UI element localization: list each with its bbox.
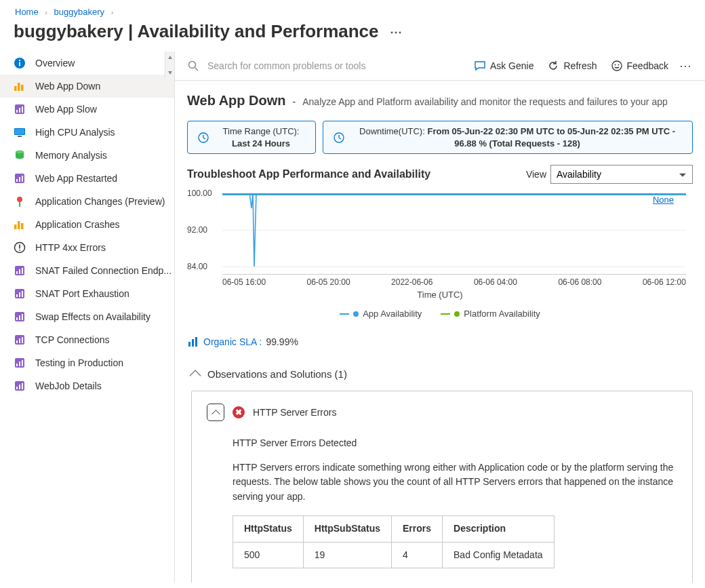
sidebar-item-label: HTTP 4xx Errors xyxy=(35,242,106,253)
plot-area[interactable] xyxy=(222,193,686,275)
scrollbar[interactable] xyxy=(165,52,174,79)
sidebar-item-high-cpu[interactable]: High CPU Analysis xyxy=(0,121,174,144)
more-icon[interactable]: ⋯ xyxy=(679,58,693,73)
refresh-label: Refresh xyxy=(563,60,597,71)
svg-rect-36 xyxy=(19,315,20,320)
metric-icon xyxy=(14,264,26,277)
svg-point-50 xyxy=(189,62,196,68)
sidebar-item-label: TCP Connections xyxy=(35,334,109,345)
detector-header: Web App Down - Analyze App and Platform … xyxy=(187,93,693,109)
sla-link[interactable]: Organic SLA : 99.99% xyxy=(187,336,693,348)
sidebar-item-snat-failed[interactable]: SNAT Failed Connection Endp... xyxy=(0,259,174,282)
th-description: Description xyxy=(443,515,555,542)
downtime-pill[interactable]: Downtime(UTC): From 05-Jun-22 02:30 PM U… xyxy=(323,121,693,154)
svg-rect-40 xyxy=(19,338,20,343)
database-icon xyxy=(14,149,26,161)
chevron-right-icon: › xyxy=(45,8,47,16)
legend-platform[interactable]: Platform Availability xyxy=(441,309,540,319)
svg-rect-20 xyxy=(14,224,17,229)
clock-icon xyxy=(333,132,345,144)
page-title: buggybakery | Availability and Performan… xyxy=(14,21,705,52)
sidebar-item-label: Memory Analysis xyxy=(35,150,107,161)
sidebar-item-web-app-slow[interactable]: Web App Slow xyxy=(0,98,174,121)
detector-desc: Analyze App and Platform availability an… xyxy=(302,96,668,107)
sidebar-item-testing[interactable]: Testing in Production xyxy=(0,351,174,374)
sla-value: 99.99% xyxy=(266,336,298,347)
ask-genie-button[interactable]: Ask Genie xyxy=(474,60,534,72)
svg-point-52 xyxy=(612,61,622,71)
sidebar-item-label: Web App Slow xyxy=(35,104,97,115)
th-httpstatus: HttpStatus xyxy=(233,515,304,542)
legend-app[interactable]: App Availability xyxy=(340,309,422,319)
availability-chart: None 100.00 92.00 84.00 06-05 16:00 06-0… xyxy=(187,188,693,324)
breadcrumb-home[interactable]: Home xyxy=(15,7,39,17)
card-text-1: HTTP Servers errors indicate something w… xyxy=(233,460,677,505)
toolbar: Ask Genie Refresh Feedback ⋯ xyxy=(175,52,705,81)
main-content: Ask Genie Refresh Feedback ⋯ Web App Dow… xyxy=(175,52,705,583)
refresh-button[interactable]: Refresh xyxy=(547,60,597,72)
collapse-button[interactable] xyxy=(207,404,224,421)
breadcrumb-app[interactable]: buggybakery xyxy=(54,7,104,17)
sidebar-item-label: SNAT Port Exhaustion xyxy=(35,288,129,299)
svg-rect-7 xyxy=(16,110,18,113)
svg-point-53 xyxy=(614,64,616,66)
sidebar-item-web-app-down[interactable]: Web App Down xyxy=(0,75,174,98)
svg-rect-8 xyxy=(19,108,20,113)
svg-rect-29 xyxy=(22,268,23,274)
sidebar-item-memory[interactable]: Memory Analysis xyxy=(0,144,174,167)
sidebar-item-label: Swap Effects on Availability xyxy=(35,311,150,322)
th-httpsubstatus: HttpSubStatus xyxy=(303,515,391,542)
chart-legend: App Availability Platform Availability xyxy=(187,309,693,319)
chevron-up-icon xyxy=(190,370,201,381)
sidebar-item-webjob[interactable]: WebJob Details xyxy=(0,374,174,397)
bars-icon xyxy=(14,218,26,231)
search-input[interactable] xyxy=(206,60,460,72)
sidebar: Overview Web App Down Web App Slow High … xyxy=(0,52,175,583)
app-series-dip xyxy=(249,193,258,267)
svg-rect-17 xyxy=(19,177,20,182)
smile-icon xyxy=(611,60,623,72)
search-icon xyxy=(187,60,199,72)
app-series xyxy=(222,194,686,195)
svg-rect-24 xyxy=(19,245,20,249)
view-select[interactable]: Availability xyxy=(550,165,693,184)
svg-rect-3 xyxy=(14,86,17,91)
svg-rect-28 xyxy=(19,269,20,274)
time-range-pill[interactable]: Time Range (UTC): Last 24 Hours xyxy=(187,121,316,154)
svg-rect-16 xyxy=(16,179,18,182)
page-title-text: buggybakery | Availability and Performan… xyxy=(14,21,379,42)
x-ticks: 06-05 16:00 06-05 20:00 2022-06-06 06-06… xyxy=(222,277,686,287)
dash: - xyxy=(293,96,296,107)
bars-icon xyxy=(14,80,26,92)
feedback-button[interactable]: Feedback xyxy=(611,60,668,72)
more-icon[interactable]: ⋯ xyxy=(390,24,403,39)
section-title: Troubleshoot App Performance and Availab… xyxy=(187,168,430,180)
search-box[interactable] xyxy=(187,60,460,72)
error-circle-icon xyxy=(14,241,26,254)
sidebar-item-label: High CPU Analysis xyxy=(35,127,115,138)
sidebar-item-4xx[interactable]: HTTP 4xx Errors xyxy=(0,236,174,259)
observations-header[interactable]: Observations and Solutions (1) xyxy=(191,368,693,380)
svg-rect-59 xyxy=(195,337,197,347)
sidebar-item-label: Overview xyxy=(35,58,75,68)
sidebar-item-app-changes[interactable]: Application Changes (Preview) xyxy=(0,190,174,213)
metric-icon xyxy=(14,380,26,392)
sidebar-item-swap[interactable]: Swap Effects on Availability xyxy=(0,305,174,328)
chevron-right-icon: › xyxy=(111,8,114,16)
chevron-up-icon xyxy=(212,410,220,418)
card-text-2: The below table shows you the count of H… xyxy=(233,581,677,583)
svg-rect-44 xyxy=(19,361,20,366)
th-errors: Errors xyxy=(392,515,443,542)
svg-line-51 xyxy=(195,68,199,71)
svg-rect-11 xyxy=(15,129,24,134)
svg-rect-12 xyxy=(18,136,22,137)
y-tick: 84.00 xyxy=(187,262,207,271)
sidebar-item-overview[interactable]: Overview xyxy=(0,52,174,75)
svg-rect-58 xyxy=(192,339,194,347)
sidebar-item-crashes[interactable]: Application Crashes xyxy=(0,213,174,236)
monitor-icon xyxy=(14,126,26,138)
error-icon: ✖ xyxy=(233,406,245,418)
sidebar-item-tcp[interactable]: TCP Connections xyxy=(0,328,174,351)
sidebar-item-restarted[interactable]: Web App Restarted xyxy=(0,167,174,190)
sidebar-item-snat-port[interactable]: SNAT Port Exhaustion xyxy=(0,282,174,305)
